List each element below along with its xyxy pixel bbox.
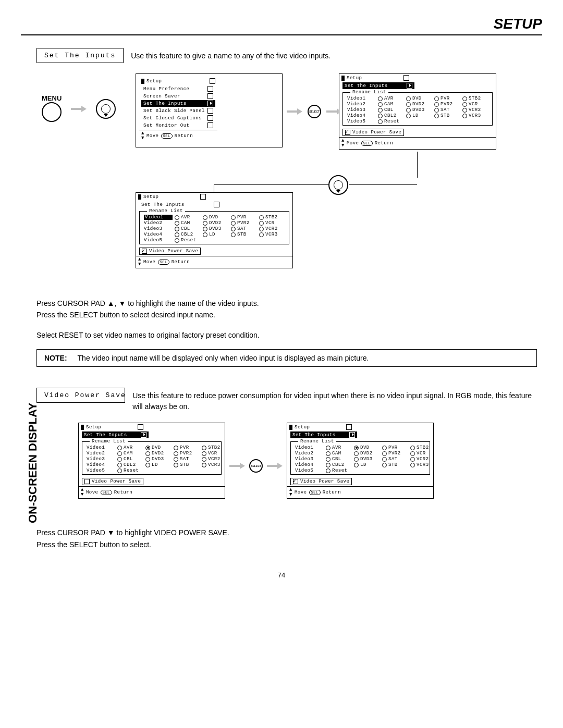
osd-panel-ps-left: Setup Set The Inputs Rename List Video1 …: [78, 423, 225, 499]
arrow-right-icon: [287, 109, 302, 114]
title-rule: [21, 34, 542, 35]
flow-step: SELECT: [229, 459, 283, 473]
note-label: NOTE:: [44, 354, 67, 362]
osd-subtitle-selected: Set The Inputs: [342, 82, 414, 89]
rename-grid: Video1 AVR DVD PVR STB2 Video2 CAM DVD2 …: [347, 96, 488, 124]
submenu-icon: [207, 86, 213, 92]
vertical-section-label: ON-SCREEN DISPLAY: [26, 403, 40, 523]
connector-line: [349, 184, 417, 185]
osd-title: Setup: [79, 423, 145, 431]
menu-item: Screen Saver: [141, 93, 215, 100]
feature-desc-power-save: Use this feature to reduce power consump…: [132, 388, 542, 412]
select-button-icon: SELECT: [308, 105, 321, 118]
menu-item: Set Black Side Panel: [141, 107, 215, 114]
menu-item: Menu Preference: [141, 85, 215, 92]
menu-item-selected: Set The Inputs: [141, 100, 215, 107]
menu-side: MENU: [42, 94, 116, 124]
osd-box-icon: [210, 78, 215, 84]
osd-panel-ps-right: Setup Set The Inputs Rename List Video1 …: [287, 423, 434, 499]
power-save-row-unchecked: Video Power Save: [82, 478, 143, 485]
rename-list-frame: Rename List Video1 AVR DVD PVR STB2 Vide…: [139, 211, 289, 244]
cursor-pad-step: [328, 175, 348, 196]
cursor-pad-icon: [328, 175, 348, 195]
menu-button-icon: [42, 102, 62, 122]
connector-line: [417, 152, 418, 178]
rename-list-frame: Rename List Video1 AVR DVD PVR STB2 Vide…: [82, 441, 222, 475]
cursor-pad-icon: [96, 99, 116, 119]
flow-step: SELECT: [287, 105, 342, 118]
instruction-text: Select RESET to set video names to origi…: [36, 329, 542, 341]
page-number: 74: [21, 571, 542, 579]
note-box: NOTE: The video input name will be displ…: [36, 349, 537, 367]
osd-hint: ▲▼Move SELReturn: [339, 137, 496, 149]
osd-panel-inputs-bottom: Setup Set The Inputs Rename List Video1 …: [136, 192, 293, 268]
menu-item: Set Monitor Out: [141, 122, 215, 129]
osd-panel-setup-menu: Setup Menu Preference Screen Saver Set T…: [136, 73, 283, 147]
section-video-power-save: ON-SCREEN DISPLAY Video Power Save Use t…: [21, 388, 542, 550]
feature-desc-set-inputs: Use this feature to give a name to any o…: [131, 48, 331, 61]
rename-grid: Video1 AVR DVD PVR STB2 Video2 CAM DVD2 …: [144, 215, 285, 243]
submenu-icon: [207, 101, 213, 106]
section1-header: Set The Inputs Use this feature to give …: [36, 48, 542, 63]
menu-item: Set Closed Captions: [141, 115, 215, 121]
osd-subtitle: Set The Inputs: [139, 201, 222, 208]
rename-label: Rename List: [147, 208, 185, 214]
osd-hint: ▲▼ Move SEL Return: [139, 130, 217, 142]
osd-subtitle-selected: Set The Inputs: [82, 431, 149, 438]
arrow-right-icon: [267, 463, 283, 468]
osd-panel-inputs-top: Setup Set The Inputs Rename List Video1 …: [339, 73, 496, 150]
submenu-icon: [207, 115, 213, 121]
osd-title: Setup: [139, 77, 217, 85]
arrow-right-icon: [229, 463, 245, 468]
power-save-row: Video Power Save: [342, 129, 404, 136]
instruction-text: Press CURSOR PAD ▼ to highlight VIDEO PO…: [36, 527, 542, 550]
menu-label: MENU: [42, 94, 62, 102]
rename-list-frame: Rename List Video1 AVR DVD PVR STB2 Vide…: [342, 92, 493, 126]
diagram-power-save: Setup Set The Inputs Rename List Video1 …: [68, 423, 542, 516]
feature-box-power-save: Video Power Save: [36, 388, 125, 403]
osd-title: Setup: [136, 193, 208, 201]
diagram-set-inputs: MENU Setup Menu Preference Screen Saver …: [36, 73, 542, 282]
instruction-text: Press CURSOR PAD ▲, ▼ to highlight the n…: [36, 298, 542, 321]
connector-line: [214, 184, 214, 192]
page-title: SETUP: [21, 16, 542, 32]
feature-box-set-inputs: Set The Inputs: [36, 48, 124, 63]
power-save-row: Video Power Save: [139, 248, 201, 255]
connector-line: [214, 184, 328, 185]
osd-hint: ▲▼Move SELReturn: [136, 256, 292, 268]
rename-label: Rename List: [350, 90, 388, 95]
submenu-icon: [207, 122, 213, 128]
osd-setup-title: Setup: [146, 79, 162, 84]
arrow-right-icon: [71, 106, 87, 112]
select-button-icon: SELECT: [249, 459, 263, 473]
submenu-icon: [207, 108, 213, 114]
note-text: The video input name will be displayed o…: [78, 354, 369, 362]
section2-header: Video Power Save Use this feature to red…: [36, 388, 542, 412]
osd-title: Setup: [339, 74, 411, 82]
submenu-icon: [207, 93, 213, 99]
power-save-row-checked: Video Power Save: [290, 478, 352, 485]
